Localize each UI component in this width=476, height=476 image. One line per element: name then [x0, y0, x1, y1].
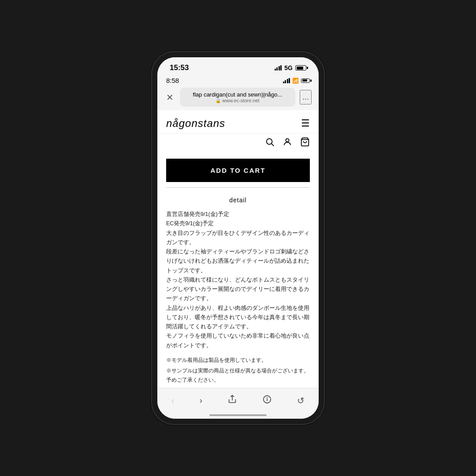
notice-2: ※サンプルは実際の商品と仕様が異なる場合がございます。予めご了承ください。 [166, 366, 310, 384]
phone-frame: 15:53 5G 8:58 [152, 52, 324, 424]
account-button[interactable] [283, 137, 292, 149]
detail-section: detail 直営店舗発売9/1(金)予定 EC発売9/1(金)予定 大き目のフ… [157, 188, 319, 388]
share-button[interactable] [224, 393, 241, 408]
signal-icon [275, 65, 282, 71]
status-icons: 5G [275, 64, 306, 71]
tab-overview-button[interactable] [259, 393, 275, 408]
store-header: någonstans ☰ [157, 110, 319, 134]
bottom-browser-nav: ‹ › ↺ [157, 388, 319, 415]
browser-battery-icon [301, 78, 310, 83]
home-bar [209, 414, 267, 416]
back-button[interactable]: ‹ [168, 394, 178, 407]
add-to-cart-section: ADD TO CART [157, 154, 319, 187]
page-content: någonstans ☰ [157, 110, 319, 388]
url-address: 🔒 www.ec-store.net [216, 98, 259, 103]
svg-point-6 [267, 398, 268, 398]
svg-line-1 [271, 144, 274, 146]
status-time: 15:53 [170, 63, 189, 72]
phone-screen: 15:53 5G 8:58 [157, 57, 319, 419]
store-icons-bar [157, 134, 319, 154]
tab-icon [262, 394, 272, 404]
detail-heading: detail [166, 197, 310, 204]
page-title: flap cardigan(cut and sewn)|någo... [193, 91, 283, 98]
share-icon [227, 394, 237, 404]
store-logo: någonstans [166, 117, 225, 130]
url-bar[interactable]: flap cardigan(cut and sewn)|någo... 🔒 ww… [180, 88, 295, 107]
url-text: www.ec-store.net [222, 98, 259, 103]
network-label: 5G [284, 64, 293, 71]
svg-point-0 [267, 139, 272, 145]
notice-1: ※モデル着用品は製品を使用しています。 [166, 356, 310, 364]
browser-signal-icon [283, 78, 290, 83]
browser-chrome: 8:58 📶 ✕ flap cardiga [157, 75, 319, 110]
close-tab-button[interactable]: ✕ [164, 90, 175, 104]
cart-button[interactable] [300, 137, 310, 149]
browser-nav-bar: ✕ flap cardigan(cut and sewn)|någo... 🔒 … [157, 86, 319, 110]
browser-time: 8:58 [166, 77, 179, 84]
more-options-button[interactable]: ... [300, 90, 312, 104]
hamburger-menu-button[interactable]: ☰ [301, 118, 310, 129]
status-bar: 15:53 5G [157, 57, 319, 75]
battery-icon [295, 65, 306, 71]
search-button[interactable] [265, 137, 275, 149]
product-description: 直営店舗発売9/1(金)予定 EC発売9/1(金)予定 大き目のフラップが目をひ… [166, 210, 310, 350]
lock-icon: 🔒 [216, 98, 221, 103]
forward-button[interactable]: › [196, 394, 206, 407]
wifi-icon: 📶 [292, 78, 299, 84]
add-to-cart-button[interactable]: ADD TO CART [166, 159, 310, 182]
browser-status: 8:58 📶 [157, 75, 319, 86]
svg-point-2 [286, 139, 289, 142]
reload-button[interactable]: ↺ [294, 394, 308, 408]
browser-status-icons: 📶 [283, 78, 310, 84]
home-indicator [157, 415, 319, 419]
